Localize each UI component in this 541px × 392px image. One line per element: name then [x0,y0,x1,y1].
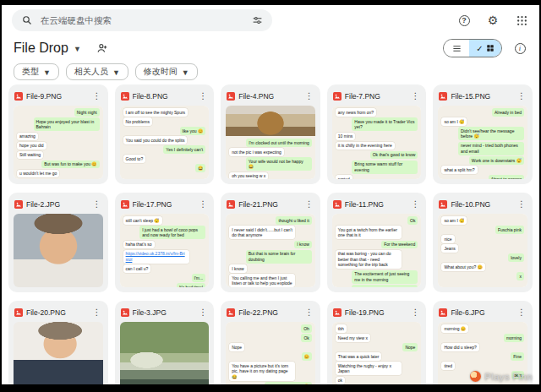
page-title: File Drop [14,41,68,56]
chat-bubble: oh you seeing w x [229,172,268,180]
file-card[interactable]: File-19.PNG ⋮ tbhNeed my view xNopeThat … [327,301,427,384]
file-card[interactable]: File-21.PNG ⋮ thought u liked itI never … [221,193,320,292]
chat-bubble: not the pic i was expecting [229,148,284,156]
file-card[interactable]: File-4.PNG ⋮ I'm clocked out until the m… [221,84,320,184]
file-card-header: File-11.PNG ⋮ [333,199,421,210]
more-options-button[interactable]: ⋮ [92,308,102,317]
chat-bubble: About to answer [489,175,524,179]
file-card[interactable]: File-11.PNG ⋮ OkYou got a twitch from th… [327,193,427,292]
chat-bubble: Nope [402,343,418,351]
more-options-button[interactable]: ⋮ [516,91,527,101]
chat-bubble: that was boring - you can do better than… [336,250,402,270]
image-file-icon [227,308,235,317]
chat-bubble: can I call u? [123,264,151,273]
more-options-button[interactable]: ⋮ [304,91,314,101]
chat-bubble: morning [504,334,524,342]
file-card[interactable]: File-7.PNG ⋮ any news from on?Have you m… [327,84,427,184]
file-card[interactable]: File-8.PNG ⋮ I am off to see the mighty … [115,84,215,184]
chat-bubble: 😂 [195,164,205,172]
chat-bubble: You got a twitch from the earlier one th… [336,226,402,239]
more-options-button[interactable]: ⋮ [516,199,527,209]
chat-bubble: Have you made it to Trader Vics yet? [352,117,418,131]
chat-bubble: 10 mins [336,133,356,141]
file-thumbnail: so am I 😴Fuschia pinkniceJeanslovelyWhat… [438,214,527,287]
chat-bubble: Oh [301,324,312,333]
file-card[interactable]: File-22.PNG ⋮ OhOkNope😊You have a pictur… [221,301,320,384]
filter-chip-modified[interactable]: 修改时间 ▼ [135,63,198,80]
more-options-button[interactable]: ⋮ [92,199,102,209]
more-options-button[interactable]: ⋮ [198,91,208,101]
filter-chip-type-label: 类型 [22,66,39,78]
file-name: File-15.PNG [451,92,513,101]
chat-bubble: https://video.uk.2378.in/v/fm-Bristol [123,250,189,264]
help-icon[interactable]: ? [456,13,472,28]
chat-bubble: Didn't see/hear the message before 😴 [458,127,524,140]
file-name: File-19.PNG [345,308,407,317]
chat-preview: morning 😊morningHow did u sleep?Finetire… [438,322,527,384]
chat-bubble: Bring some warm stuff for evening [352,161,418,174]
file-card[interactable]: File-10.PNG ⋮ so am I 😴Fuschia pinkniceJ… [433,193,533,292]
chat-bubble: No problems [123,117,152,126]
chat-bubble: any news from on? [336,108,376,117]
settings-icon[interactable]: ⚙ [485,13,500,28]
chat-bubble: How did u sleep? [441,343,478,351]
more-options-button[interactable]: ⋮ [304,308,314,317]
chat-bubble: u wouldn't let me go [17,170,59,178]
filter-chip-type[interactable]: 类型 ▼ [14,63,59,80]
file-card[interactable]: File-9.PNG ⋮ Night nightHope you enjoyed… [8,84,108,184]
chat-bubble: I'm... [192,274,206,282]
chat-bubble: Already in bed [492,108,524,117]
file-thumbnail: Already in bedso am I 😴Didn't see/hear t… [438,106,527,179]
chat-preview: I am off to see the mighty SpursNo probl… [120,106,210,179]
title-dropdown-caret[interactable]: ▼ [74,45,81,53]
image-file-icon [333,200,342,209]
grid-view-button[interactable]: ✓ [469,40,501,57]
grid-view-icon [486,44,495,52]
more-options-button[interactable]: ⋮ [410,308,420,317]
info-icon[interactable]: i [512,41,527,56]
file-card[interactable]: File-15.PNG ⋮ Already in bedso am I 😴Did… [433,84,533,184]
more-options-button[interactable]: ⋮ [198,199,208,209]
image-file-icon [333,92,342,101]
apps-grid-icon[interactable] [514,13,529,28]
more-options-button[interactable]: ⋮ [304,199,314,209]
chat-bubble: thought u liked it [276,216,311,225]
more-options-button[interactable]: ⋮ [410,91,420,101]
filter-chip-people[interactable]: 相关人员 ▼ [66,63,128,80]
chat-bubble: so am I 😴 [441,216,467,225]
chat-bubble: The excitement of just seeing me in the … [352,270,418,284]
chat-bubble: I know [229,264,246,273]
file-thumbnail: morning 😊morningHow did u sleep?Finetire… [438,322,527,384]
search-bar[interactable] [12,9,272,31]
chat-bubble: hope you did [17,142,46,150]
search-options-icon[interactable] [249,13,265,28]
chat-bubble: send a cricket shirt 😊 [265,382,311,384]
chat-bubble: Fuschia pink [495,226,524,234]
image-file-icon [121,200,129,209]
more-options-button[interactable]: ⋮ [198,308,208,317]
chat-bubble: never mind - tried both phones and email [458,142,524,155]
more-options-button[interactable]: ⋮ [410,199,420,209]
chat-preview: OhOkNope😊You have a picture but it's tor… [226,322,315,384]
file-card[interactable]: File-20.PNG ⋮ [8,301,108,384]
file-thumbnail [14,214,103,287]
file-card[interactable]: File-6.JPG ⋮ morning 😊morningHow did u s… [433,301,533,384]
more-options-button[interactable]: ⋮ [516,308,527,317]
chat-bubble: I am off to see the mighty Spurs [123,108,189,117]
chat-bubble: Need my view x [336,334,370,342]
file-card-header: File-6.JPG ⋮ [439,307,527,318]
chat-bubble: Ok [407,216,418,225]
file-card[interactable]: File-3.JPG ⋮ [115,301,215,384]
file-card[interactable]: File-2.JPG ⋮ [8,193,108,292]
file-thumbnail: I am off to see the mighty SpursNo probl… [120,106,210,179]
more-options-button[interactable]: ⋮ [92,91,102,101]
share-person-add-icon[interactable] [95,41,110,56]
file-card[interactable]: File-17.PNG ⋮ still can't sleep 😴I just … [115,193,215,292]
chat-bubble: what a split hm? [441,166,477,174]
file-name: File-17.PNG [133,200,195,209]
file-card-header: File-17.PNG ⋮ [121,199,209,210]
list-view-button[interactable] [444,40,469,57]
chat-bubble: Hope you enjoyed your blast in Bahrain [34,117,100,131]
file-name: File-20.PNG [26,308,89,317]
search-input[interactable] [41,15,243,25]
